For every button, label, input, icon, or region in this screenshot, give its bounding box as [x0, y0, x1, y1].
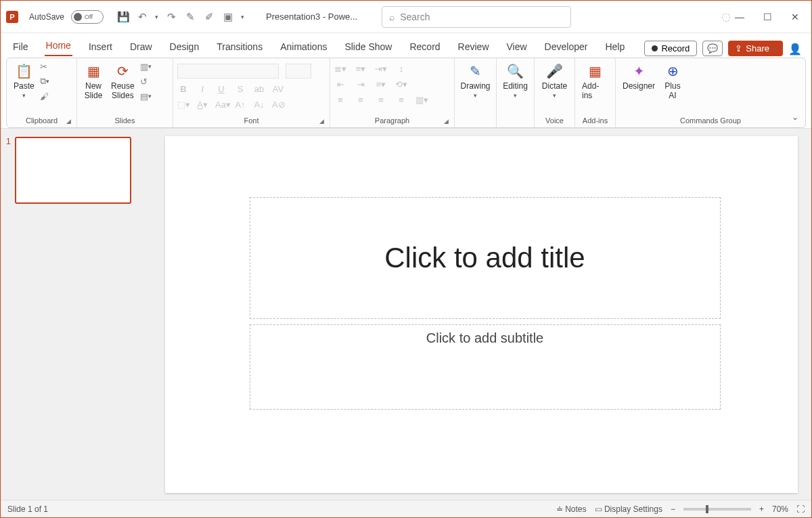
numbering-button[interactable]: ≡▾	[355, 64, 367, 74]
cut-icon[interactable]: ✂	[40, 61, 53, 72]
text-direction-button[interactable]: ⟲▾	[395, 79, 407, 89]
display-settings-button[interactable]: ▭ Display Settings	[595, 504, 662, 514]
slide-counter[interactable]: Slide 1 of 1	[7, 504, 48, 514]
slide[interactable]: Click to add title Click to add subtitle	[165, 136, 798, 493]
tab-file[interactable]: File	[12, 37, 30, 56]
tab-insert[interactable]: Insert	[87, 37, 114, 56]
reuse-slides-button[interactable]: ⟳ Reuse Slides	[108, 61, 137, 102]
group-addins: ▦ Add-ins Add-ins	[575, 58, 616, 127]
thumbnail-1[interactable]: 1	[6, 137, 145, 204]
clear-format-button[interactable]: A⊘	[272, 100, 284, 110]
grow-font-button[interactable]: A↑	[234, 100, 246, 110]
align-text-button[interactable]: ≡▾	[375, 79, 387, 89]
increase-indent-button[interactable]: ⇥	[355, 79, 367, 89]
search-input[interactable]: ⌕ Search	[382, 6, 571, 28]
new-slide-button[interactable]: ▦ New Slide	[81, 61, 106, 102]
designer-button[interactable]: ✦ Designer	[620, 61, 658, 92]
document-title[interactable]: Presentation3 - Powe...	[266, 12, 357, 22]
quick-access-toolbar: 💾 ↶ ▾ ↷ ✎ ✐ ▣ ▾	[117, 11, 244, 23]
tab-help[interactable]: Help	[604, 37, 626, 56]
layout-icon[interactable]: ▥ ▾	[140, 61, 154, 72]
close-button[interactable]: ✕	[791, 12, 799, 22]
fit-to-window-button[interactable]: ⛶	[796, 504, 805, 514]
notes-button[interactable]: ≐ Notes	[556, 504, 587, 514]
tab-home[interactable]: Home	[45, 36, 72, 56]
columns-button[interactable]: ▥▾	[415, 95, 428, 105]
tab-view[interactable]: View	[505, 37, 528, 56]
change-case-button[interactable]: Aa▾	[215, 100, 227, 110]
qat-more[interactable]: ▾	[241, 14, 244, 20]
share-button[interactable]: ⇪Share▾	[728, 41, 783, 56]
thumbnail-preview[interactable]	[15, 137, 131, 204]
paragraph-launcher[interactable]: ◢	[444, 118, 449, 125]
underline-button[interactable]: U	[215, 84, 227, 94]
maximize-button[interactable]: ☐	[763, 12, 772, 22]
ink-icon[interactable]: ✐	[203, 11, 215, 23]
slide-canvas-area[interactable]: Click to add title Click to add subtitle	[151, 129, 811, 500]
tab-draw[interactable]: Draw	[129, 37, 154, 56]
window-controls: — ☐ ✕	[735, 12, 806, 22]
autosave-toggle[interactable]: Off	[71, 10, 104, 24]
tab-record[interactable]: Record	[408, 37, 441, 56]
account-icon[interactable]: 👤	[788, 43, 800, 55]
plusai-button[interactable]: ⊕ Plus AI	[660, 61, 685, 102]
record-button[interactable]: Record	[644, 41, 697, 56]
zoom-out-button[interactable]: −	[671, 504, 675, 514]
copy-icon[interactable]: ⧉ ▾	[40, 76, 53, 87]
spacing-button[interactable]: AV	[272, 84, 284, 94]
minimize-button[interactable]: —	[735, 12, 744, 22]
touch-mode-icon[interactable]: ✎	[184, 11, 196, 23]
zoom-in-button[interactable]: +	[759, 504, 764, 514]
addins-button[interactable]: ▦ Add-ins	[579, 61, 611, 102]
justify-button[interactable]: ≡	[395, 95, 407, 105]
app-icon: P	[6, 11, 18, 23]
mic-icon: 🎤	[545, 62, 564, 80]
tab-review[interactable]: Review	[457, 37, 491, 56]
undo-dropdown[interactable]: ▾	[155, 14, 158, 20]
line-spacing-button[interactable]: ↕	[395, 64, 407, 74]
paste-button[interactable]: 📋 Paste▾	[11, 61, 37, 100]
strike-button[interactable]: S	[234, 84, 246, 94]
list-level-button[interactable]: ⇥▾	[375, 64, 387, 74]
bullets-button[interactable]: ≣▾	[334, 64, 346, 74]
decrease-indent-button[interactable]: ⇤	[334, 79, 346, 89]
section-icon[interactable]: ▤ ▾	[140, 91, 154, 102]
tab-developer[interactable]: Developer	[543, 37, 589, 56]
tab-animations[interactable]: Animations	[279, 37, 328, 56]
italic-button[interactable]: I	[196, 84, 208, 94]
lightbulb-icon[interactable]: ◌	[721, 10, 731, 23]
font-family-select[interactable]	[177, 64, 279, 79]
format-painter-icon[interactable]: 🖌	[40, 91, 53, 102]
tab-slideshow[interactable]: Slide Show	[343, 37, 393, 56]
align-left-button[interactable]: ≡	[334, 95, 346, 105]
statusbar: Slide 1 of 1 ≐ Notes ▭ Display Settings …	[1, 500, 811, 517]
zoom-slider[interactable]	[683, 508, 751, 511]
shadow-button[interactable]: ab	[253, 84, 265, 94]
reset-icon[interactable]: ↺	[140, 76, 154, 87]
clipboard-launcher[interactable]: ◢	[66, 118, 71, 125]
save-icon[interactable]: 💾	[117, 11, 129, 23]
tab-design[interactable]: Design	[168, 37, 201, 56]
undo-icon[interactable]: ↶	[136, 11, 148, 23]
editing-button[interactable]: 🔍 Editing▾	[500, 61, 531, 100]
comments-button[interactable]: 💬	[702, 41, 723, 56]
font-size-select[interactable]	[286, 64, 311, 79]
tab-transitions[interactable]: Transitions	[215, 37, 264, 56]
slide-thumbnail-panel[interactable]: 1	[1, 129, 151, 500]
shrink-font-button[interactable]: A↓	[253, 100, 265, 110]
font-launcher[interactable]: ◢	[319, 118, 324, 125]
group-editing: 🔍 Editing▾	[497, 58, 535, 127]
zoom-level[interactable]: 70%	[772, 504, 788, 514]
highlight-button[interactable]: ⬚▾	[177, 100, 189, 110]
present-icon[interactable]: ▣	[222, 11, 234, 23]
drawing-button[interactable]: ✎ Drawing▾	[458, 61, 493, 100]
subtitle-placeholder[interactable]: Click to add subtitle	[250, 324, 721, 410]
font-color-button[interactable]: A▾	[196, 100, 208, 110]
collapse-ribbon-icon[interactable]: ⌄	[792, 112, 798, 122]
align-right-button[interactable]: ≡	[375, 95, 387, 105]
title-placeholder[interactable]: Click to add title	[250, 197, 721, 319]
align-center-button[interactable]: ≡	[355, 95, 367, 105]
redo-icon[interactable]: ↷	[165, 11, 177, 23]
dictate-button[interactable]: 🎤 Dictate▾	[539, 61, 570, 100]
bold-button[interactable]: B	[177, 84, 189, 94]
